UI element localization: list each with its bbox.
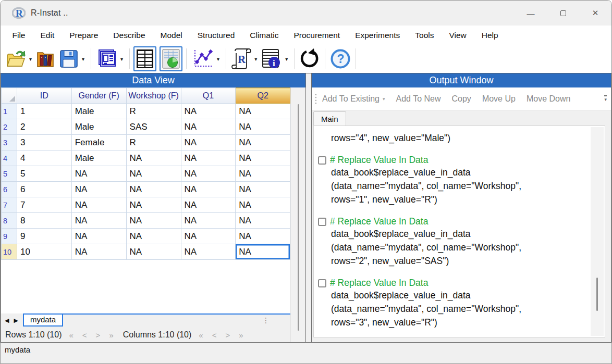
cell-r8-id[interactable]: 8 — [17, 213, 71, 229]
metadata-button[interactable]: i — [260, 47, 284, 71]
view-forms-button[interactable] — [95, 47, 119, 71]
output-scrollbar-thumb[interactable] — [596, 278, 598, 311]
cell-r6-id[interactable]: 6 — [17, 182, 71, 197]
cell-r7-gender-f[interactable]: NA — [71, 197, 126, 213]
cell-r10-workshop-f[interactable]: NA — [126, 244, 181, 260]
cell-r5-gender-f[interactable]: NA — [71, 166, 126, 182]
cell-r1-q2[interactable]: NA — [236, 104, 290, 119]
cell-r2-id[interactable]: 2 — [17, 119, 71, 135]
plot-dropdown-icon[interactable]: ▾ — [217, 56, 219, 62]
cell-r2-gender-f[interactable]: Male — [71, 119, 126, 135]
cell-r10-gender-f[interactable]: NA — [71, 244, 126, 260]
output-block-checkbox[interactable] — [318, 279, 326, 287]
r-script-button[interactable]: R — [230, 47, 253, 71]
column-header-id[interactable]: ID — [17, 88, 71, 104]
add-to-new-button[interactable]: Add To New — [396, 94, 441, 104]
cell-r9-id[interactable]: 9 — [17, 229, 71, 244]
graph-display-button[interactable] — [160, 46, 182, 71]
toolbar-grip-icon[interactable] — [315, 93, 317, 105]
columns-pager-nav-icon[interactable]: « — [199, 331, 203, 340]
cell-r7-q2[interactable]: NA — [236, 197, 290, 213]
column-header-q2[interactable]: Q2 — [236, 88, 290, 104]
cell-r1-gender-f[interactable]: Male — [71, 104, 126, 119]
cell-r3-workshop-f[interactable]: R — [126, 135, 181, 150]
row-header-1[interactable]: 1 — [2, 104, 17, 119]
r-script-dropdown-icon[interactable]: ▾ — [254, 56, 257, 62]
sheet-tab-prev-icon[interactable]: ◀ — [5, 317, 9, 324]
rows-pager-nav-icon[interactable]: » — [109, 331, 113, 340]
data-frame-grid-button[interactable] — [133, 46, 156, 71]
cell-r7-workshop-f[interactable]: NA — [126, 197, 181, 213]
data-view-scrollbar-thumb[interactable] — [298, 104, 299, 331]
metadata-dropdown-icon[interactable]: ▾ — [285, 56, 288, 62]
cell-r1-q1[interactable]: NA — [181, 104, 236, 119]
cell-r3-id[interactable]: 3 — [17, 135, 71, 150]
select-all-corner[interactable] — [2, 88, 17, 104]
row-header-4[interactable]: 4 — [2, 150, 17, 166]
row-header-3[interactable]: 3 — [2, 135, 17, 150]
menu-model[interactable]: Model — [153, 31, 190, 40]
menu-describe[interactable]: Describe — [106, 31, 153, 40]
menu-tools[interactable]: Tools — [408, 31, 442, 40]
cell-r7-q1[interactable]: NA — [181, 197, 236, 213]
cell-r8-gender-f[interactable]: NA — [71, 213, 126, 229]
cell-r3-q2[interactable]: NA — [236, 135, 290, 150]
column-header-gender-f[interactable]: Gender (F) — [71, 88, 126, 104]
toolbar-overflow-icon[interactable]: ▾ — [604, 95, 607, 102]
sheet-tab-next-icon[interactable]: ▶ — [14, 317, 18, 324]
row-header-6[interactable]: 6 — [2, 182, 17, 197]
cell-r3-q1[interactable]: NA — [181, 135, 236, 150]
save-dropdown-icon[interactable]: ▾ — [82, 56, 84, 62]
cell-r5-id[interactable]: 5 — [17, 166, 71, 182]
menu-help[interactable]: Help — [474, 31, 506, 40]
row-header-9[interactable]: 9 — [2, 229, 17, 244]
cell-r10-q1[interactable]: NA — [181, 244, 236, 260]
menu-climatic[interactable]: Climatic — [242, 31, 286, 40]
row-header-5[interactable]: 5 — [2, 166, 17, 182]
menu-experiments[interactable]: Experiments — [348, 31, 408, 40]
cell-r3-gender-f[interactable]: Female — [71, 135, 126, 150]
cell-r2-q1[interactable]: NA — [181, 119, 236, 135]
cell-r10-id[interactable]: 10 — [17, 244, 71, 260]
cell-r6-q2[interactable]: NA — [236, 182, 290, 197]
cell-r10-q2[interactable]: NA — [236, 244, 290, 260]
cell-r2-workshop-f[interactable]: SAS — [126, 119, 181, 135]
add-to-existing-button[interactable]: Add To Existing▾ — [322, 94, 385, 104]
columns-pager-nav-icon[interactable]: < — [212, 331, 217, 340]
cell-r6-q1[interactable]: NA — [181, 182, 236, 197]
rows-pager-nav-icon[interactable]: > — [96, 331, 101, 340]
row-header-7[interactable]: 7 — [2, 197, 17, 213]
close-button[interactable]: ✕ — [579, 1, 611, 26]
columns-pager-nav-icon[interactable]: > — [225, 331, 230, 340]
cell-r8-workshop-f[interactable]: NA — [126, 213, 181, 229]
undo-button[interactable] — [298, 47, 321, 71]
row-header-10[interactable]: 10 — [2, 244, 17, 260]
move-up-button[interactable]: Move Up — [482, 94, 516, 104]
help-button[interactable]: ? — [329, 47, 352, 71]
menu-file[interactable]: File — [5, 31, 33, 40]
cell-r5-q2[interactable]: NA — [236, 166, 290, 182]
rows-pager-nav-icon[interactable]: < — [82, 331, 87, 340]
move-down-button[interactable]: Move Down — [527, 94, 570, 104]
cell-r6-workshop-f[interactable]: NA — [126, 182, 181, 197]
cell-r8-q1[interactable]: NA — [181, 213, 236, 229]
open-button[interactable] — [5, 47, 28, 71]
view-forms-dropdown-icon[interactable]: ▾ — [120, 56, 123, 62]
cell-r2-q2[interactable]: NA — [236, 119, 290, 135]
cell-r5-q1[interactable]: NA — [181, 166, 236, 182]
data-view-scrollbar[interactable] — [290, 87, 305, 342]
cell-r4-gender-f[interactable]: Male — [71, 150, 126, 166]
rows-pager-nav-icon[interactable]: « — [69, 331, 74, 340]
cell-r5-workshop-f[interactable]: NA — [126, 166, 181, 182]
save-button[interactable] — [57, 47, 80, 71]
tab-options-icon[interactable]: ⋮ — [262, 315, 270, 324]
cell-r9-workshop-f[interactable]: NA — [126, 229, 181, 244]
plot-button[interactable] — [190, 47, 215, 71]
cell-r6-gender-f[interactable]: NA — [71, 182, 126, 197]
copy-button[interactable]: Copy — [452, 94, 471, 104]
cell-r9-q2[interactable]: NA — [236, 229, 290, 244]
column-header-workshop-f[interactable]: Workshop (F) — [126, 88, 181, 104]
output-scrollbar[interactable] — [591, 127, 604, 336]
row-header-2[interactable]: 2 — [2, 119, 17, 135]
cell-r9-q1[interactable]: NA — [181, 229, 236, 244]
